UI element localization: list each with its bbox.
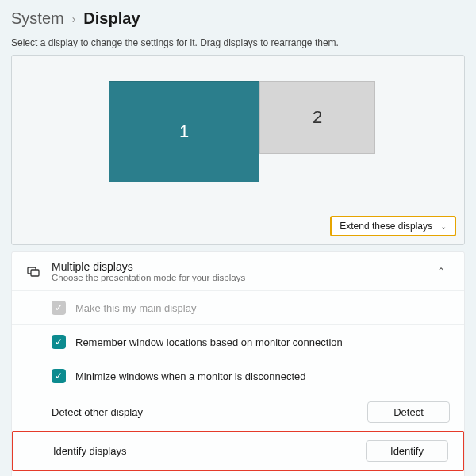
display-arrangement-area: 1 2 Extend these displays ⌄ [11,55,465,245]
chevron-down-icon: ⌄ [440,222,447,231]
checkbox-remember-locations[interactable]: ✓ [52,335,66,349]
identify-button[interactable]: Identify [366,440,448,462]
display-mode-dropdown[interactable]: Extend these displays ⌄ [330,216,456,236]
option-remember-locations[interactable]: ✓ Remember window locations based on mon… [12,325,464,359]
option-minimize-windows[interactable]: ✓ Minimize windows when a monitor is dis… [12,359,464,393]
chevron-right-icon: › [72,13,76,25]
label-identify: Identify displays [53,445,366,457]
breadcrumb-current: Display [83,10,140,28]
panel-title: Multiple displays [52,260,426,273]
label-main-display: Make this my main display [75,302,450,314]
checkbox-main-display: ✓ [52,301,66,315]
instruction-text: Select a display to change the settings … [11,37,465,48]
label-detect: Detect other display [52,406,367,418]
chevron-up-icon: ⌃ [437,266,445,277]
svg-rect-1 [31,270,39,276]
detect-button[interactable]: Detect [367,401,450,423]
row-identify-displays: Identify displays Identify [12,431,464,471]
display-mode-label: Extend these displays [340,221,432,232]
breadcrumb-parent[interactable]: System [11,10,64,28]
breadcrumb: System › Display [11,10,465,28]
multiple-displays-header[interactable]: Multiple displays Choose the presentatio… [12,252,464,291]
displays-icon [26,264,40,278]
row-detect-display: Detect other display Detect [12,393,464,432]
panel-subtitle: Choose the presentation mode for your di… [52,273,426,282]
multiple-displays-panel: Multiple displays Choose the presentatio… [11,251,465,476]
label-remember-locations: Remember window locations based on monit… [75,336,450,348]
display-1[interactable]: 1 [109,81,259,182]
display-2[interactable]: 2 [259,81,375,154]
row-connect-wireless: Connect to a wireless display Connect [12,471,464,476]
label-minimize-windows: Minimize windows when a monitor is disco… [75,370,450,382]
checkbox-minimize-windows[interactable]: ✓ [52,369,66,383]
option-main-display: ✓ Make this my main display [12,291,464,325]
